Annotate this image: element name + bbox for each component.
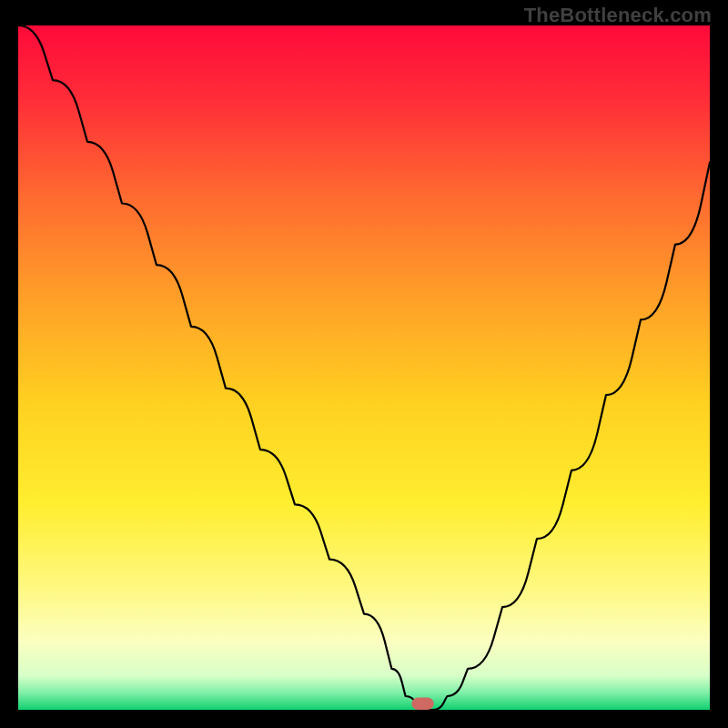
bottleneck-chart [18,25,710,710]
gradient-background [18,25,710,710]
watermark-text: TheBottleneck.com [524,4,712,27]
bottleneck-marker [411,698,433,711]
chart-frame: TheBottleneck.com [0,0,728,728]
